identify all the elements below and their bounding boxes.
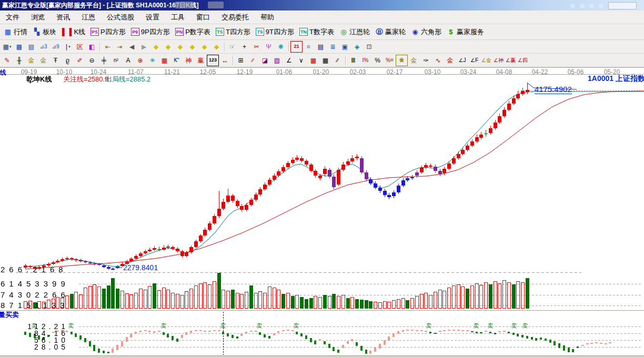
spiral-tool[interactable]: ϱ (62, 55, 74, 66)
cut-tool[interactable]: ✂ (250, 41, 263, 53)
calculator-icon[interactable]: ⌗ (303, 41, 315, 53)
diamond-left[interactable]: ◆ (150, 41, 162, 53)
diamond-right[interactable]: ◆ (162, 41, 174, 53)
window-button-icon[interactable] (589, 4, 594, 8)
menu-browse[interactable]: 浏览 (25, 13, 51, 22)
k-quote-tool[interactable]: K" (170, 55, 183, 66)
menu-window[interactable]: 窗口 (190, 13, 216, 22)
grid-black-tool[interactable]: ▦ (319, 55, 331, 66)
f-line-tool[interactable]: Ŧ (49, 55, 62, 66)
box-target-tool[interactable]: ▦ (158, 55, 170, 66)
9p-square-button[interactable]: P99P四方形 (128, 27, 173, 37)
p-number-table-button[interactable]: PNP数字表 (173, 27, 213, 37)
target-red-tool[interactable]: ⊕ (134, 55, 146, 66)
shen-grid-tool[interactable]: 神 (183, 55, 195, 66)
prev-button[interactable]: ◀ (126, 41, 138, 53)
hexagon-button[interactable]: ◉六角形 (408, 27, 444, 37)
pct-frame-tool[interactable]: Ⅰ% (359, 55, 371, 66)
kline-button[interactable]: ▌▐K线 (59, 27, 88, 37)
sectors-button[interactable]: ▚板块 (30, 27, 59, 37)
gold-circle-tool[interactable]: 金 (396, 55, 408, 66)
gann-gold-line-2[interactable]: 金 (37, 55, 49, 66)
circle-cross-tool[interactable]: ⊖ (86, 55, 98, 66)
wave-check-tool[interactable]: ∨ (295, 55, 307, 66)
menu-settings[interactable]: 设置 (140, 13, 165, 22)
brush-tool[interactable]: ✎ (1, 55, 13, 66)
map-tool[interactable]: ❋ (275, 41, 287, 53)
next-button[interactable]: ▶ (138, 41, 150, 53)
grid-red-tool[interactable]: ▦ (307, 55, 319, 66)
window-controls[interactable] (570, 2, 637, 9)
winner-service-button[interactable]: $赢家服务 (444, 27, 487, 37)
menu-trade-entrust[interactable]: 交易委托 (216, 13, 255, 22)
info-panel-icon[interactable]: ▤ (25, 41, 37, 53)
gann-gold-line-1[interactable]: 金 (25, 55, 37, 66)
window-button-group[interactable] (608, 2, 637, 9)
gann-wheel-button[interactable]: ◎江恩轮 (337, 27, 373, 37)
web-grid-tool[interactable]: ✳ (146, 55, 158, 66)
menu-help[interactable]: 帮助 (255, 13, 280, 22)
gold-lines-tool[interactable]: 金 (408, 55, 420, 66)
bars-tool[interactable]: Ⅲ (347, 55, 359, 66)
a-angle-tool[interactable]: A (122, 55, 134, 66)
diamond-cross[interactable]: ◆ (198, 41, 210, 53)
color-chart-icon[interactable]: ◧ (86, 41, 98, 53)
layout-dropdown[interactable]: ▦▾ (1, 41, 13, 53)
hatch-tool[interactable]: ∕∕ (331, 55, 344, 66)
menu-formula-stock-pick[interactable]: 公式选股 (101, 13, 140, 22)
grid-lines-tool[interactable]: ╫ (13, 55, 25, 66)
fan-red-tool[interactable]: ∕∕ (247, 55, 259, 66)
p-square-button[interactable]: PSP四方形 (88, 27, 128, 37)
width-arrow-tool[interactable]: ↔ (219, 55, 231, 66)
wave-red-tool[interactable]: ∿ (432, 55, 444, 66)
crosshair-tool[interactable]: + (238, 41, 250, 53)
diamond-all[interactable]: ◆ (210, 41, 223, 53)
menu-gann[interactable]: 江恩 (76, 13, 101, 22)
fan-box-tool[interactable]: ◪ (259, 55, 271, 66)
winner-wheel-button[interactable]: Ⓑ赢家轮 (373, 27, 408, 37)
angle-si-tool[interactable]: ∠四 (517, 55, 529, 66)
window-button-icon[interactable] (599, 4, 603, 8)
angle-gold-tool[interactable]: ∠金 (480, 55, 492, 66)
angle-ying-tool[interactable]: ∠赢 (505, 55, 517, 66)
angle-tool[interactable]: ∠ (283, 55, 295, 66)
candle-style-dropdown[interactable]: ∣▾ (62, 41, 74, 53)
notes-icon[interactable]: ≣ (327, 41, 339, 53)
grid-123-tool[interactable]: 123 (207, 55, 219, 66)
bars-3-icon[interactable]: ⊿3 (37, 41, 49, 53)
gold-red-tool[interactable]: 金 (444, 55, 456, 66)
menu-file[interactable]: 文件 (0, 13, 25, 22)
t-square-button[interactable]: TST四方形 (213, 27, 253, 37)
region-icon[interactable]: ▩ (13, 41, 25, 53)
menu-tools[interactable]: 工具 (165, 13, 190, 22)
ruler-ticks-tool[interactable]: ╪ (98, 55, 110, 66)
save-as-button[interactable]: ◈ (351, 41, 363, 53)
hand-tool[interactable]: ☞ (226, 41, 238, 53)
angle-f-tool[interactable]: ∠F (468, 55, 480, 66)
menu-news[interactable]: 资讯 (51, 13, 76, 22)
go-last-button[interactable]: ⇥ (114, 41, 126, 53)
bars-9-icon[interactable]: ⊿9 (49, 41, 62, 53)
chart-canvas[interactable] (0, 68, 644, 356)
angle-j-tool[interactable]: ∠J (456, 55, 468, 66)
window-button-icon[interactable] (570, 4, 575, 8)
report-icon[interactable]: ▤ (315, 41, 327, 53)
9t-square-button[interactable]: T99T四方形 (253, 27, 297, 37)
t-number-table-button[interactable]: TNT数字表 (297, 27, 337, 37)
window-button-icon[interactable] (580, 4, 585, 8)
ying-grid-tool[interactable]: 赢 (195, 55, 207, 66)
n-squared-tool[interactable]: n² (110, 55, 122, 66)
save-button[interactable]: ▣ (339, 41, 351, 53)
diamond-vertical[interactable]: ◆ (186, 41, 198, 53)
figure-tool[interactable]: Ψ (263, 41, 275, 53)
go-first-button[interactable]: ⇤ (102, 41, 114, 53)
pct-lines-tool[interactable]: %= (384, 55, 396, 66)
calendar-21-icon[interactable]: 21 (290, 41, 303, 53)
angle-shen-tool[interactable]: ∠神 (492, 55, 505, 66)
diamond-horizontal[interactable]: ◆ (174, 41, 186, 53)
quotes-button[interactable]: ▦行情 (1, 27, 30, 37)
pct-tool[interactable]: % (371, 55, 384, 66)
rocket-tool[interactable]: ✐ (74, 55, 86, 66)
candle-brush-tool[interactable]: ✑ (420, 55, 432, 66)
print-button[interactable]: ⊡ (363, 41, 375, 53)
